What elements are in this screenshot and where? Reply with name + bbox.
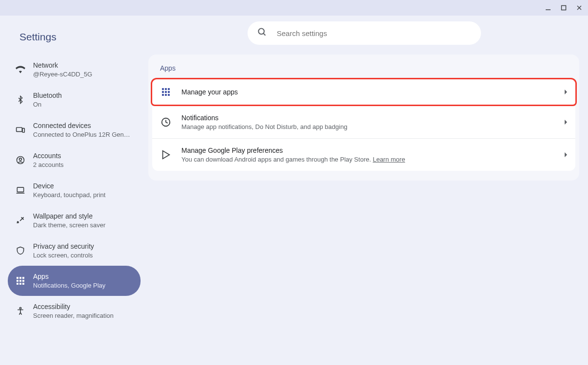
nav-title: Accessibility [33,302,113,311]
chevron-right-icon [564,150,568,159]
row-manage-apps[interactable]: Manage your apps [151,78,577,106]
svg-rect-16 [17,283,18,285]
nav-subtitle: Connected to OnePlus 12R Gens… [33,130,130,139]
nav-subtitle: 2 accounts [33,161,64,169]
row-subtitle-text: You can download Android apps and games … [181,156,373,163]
maximize-button[interactable] [559,3,569,13]
nav-title: Wallpaper and style [33,211,106,221]
bluetooth-icon [16,95,25,105]
nav-title: Connected devices [33,121,130,130]
account-icon [16,155,25,165]
row-subtitle: Manage app notifications, Do Not Disturb… [181,123,554,131]
svg-rect-4 [17,128,22,131]
section-title: Apps [152,64,575,78]
svg-rect-13 [17,280,18,282]
svg-rect-14 [19,280,21,282]
google-play-icon [160,149,172,161]
app-title: Settings [8,27,141,55]
nav-subtitle: On [33,100,62,109]
row-title: Manage your apps [181,87,554,97]
chevron-right-icon [564,88,568,96]
sidebar-item-privacy[interactable]: Privacy and security Lock screen, contro… [8,236,141,266]
nav-subtitle: Lock screen, controls [33,251,94,260]
sidebar-item-apps[interactable]: Apps Notifications, Google Play [8,266,141,296]
svg-rect-26 [165,91,167,93]
nav-title: Network [33,60,92,70]
row-subtitle: You can download Android apps and games … [181,155,554,164]
svg-rect-30 [168,94,170,96]
sidebar-item-accessibility[interactable]: Accessibility Screen reader, magnificati… [8,296,141,326]
chevron-right-icon [564,118,568,127]
sidebar-item-accounts[interactable]: Accounts 2 accounts [8,145,141,175]
nav-title: Apps [33,272,106,281]
svg-point-19 [19,308,21,309]
sidebar-item-device[interactable]: Device Keyboard, touchpad, print [8,175,141,205]
learn-more-link[interactable]: Learn more [373,156,405,163]
row-google-play[interactable]: Manage Google Play preferences You can d… [152,139,575,171]
devices-icon [16,125,25,135]
svg-rect-8 [17,187,23,192]
close-button[interactable] [574,3,584,13]
nav-subtitle: Notifications, Google Play [33,281,106,290]
nav-title: Device [33,181,106,191]
apps-grid-icon [160,86,172,98]
svg-rect-5 [22,128,24,132]
svg-rect-11 [19,277,21,279]
shield-icon [16,246,25,256]
svg-rect-28 [162,94,164,96]
svg-rect-29 [165,94,167,96]
nav-title: Privacy and security [33,241,94,251]
svg-point-7 [19,158,22,161]
accessibility-icon [16,306,25,316]
nav-title: Bluetooth [33,91,62,100]
svg-rect-23 [165,88,167,90]
search-icon [257,27,267,39]
sidebar-item-bluetooth[interactable]: Bluetooth On [8,85,141,115]
sidebar-item-network[interactable]: Network @Reyee-sC4DD_5G [8,55,141,85]
row-title: Notifications [181,113,554,123]
nav-subtitle: @Reyee-sC4DD_5G [33,70,92,79]
nav-subtitle: Dark theme, screen saver [33,221,106,230]
nav-subtitle: Screen reader, magnification [33,311,113,320]
minimize-button[interactable] [543,3,553,13]
svg-rect-24 [168,88,170,90]
svg-rect-12 [22,277,24,279]
row-title: Manage Google Play preferences [181,146,554,155]
do-not-disturb-icon [160,116,172,128]
apps-grid-icon [16,276,25,286]
svg-point-20 [259,29,265,35]
svg-rect-10 [17,277,18,279]
svg-rect-15 [22,280,24,282]
svg-rect-27 [168,91,170,93]
sidebar-item-connected-devices[interactable]: Connected devices Connected to OnePlus 1… [8,115,141,145]
svg-rect-25 [162,91,164,93]
svg-rect-17 [19,283,21,285]
wifi-icon [16,65,25,74]
svg-rect-22 [162,88,164,90]
sidebar-item-wallpaper[interactable]: Wallpaper and style Dark theme, screen s… [8,205,141,236]
svg-rect-1 [562,6,566,10]
row-notifications[interactable]: Notifications Manage app notifications, … [152,106,575,139]
svg-line-21 [264,34,266,36]
laptop-icon [16,185,25,195]
brush-icon [16,216,25,225]
svg-rect-18 [22,283,24,285]
search-box[interactable] [248,21,481,45]
nav-subtitle: Keyboard, touchpad, print [33,191,106,200]
search-input[interactable] [277,29,471,37]
nav-title: Accounts [33,151,64,161]
